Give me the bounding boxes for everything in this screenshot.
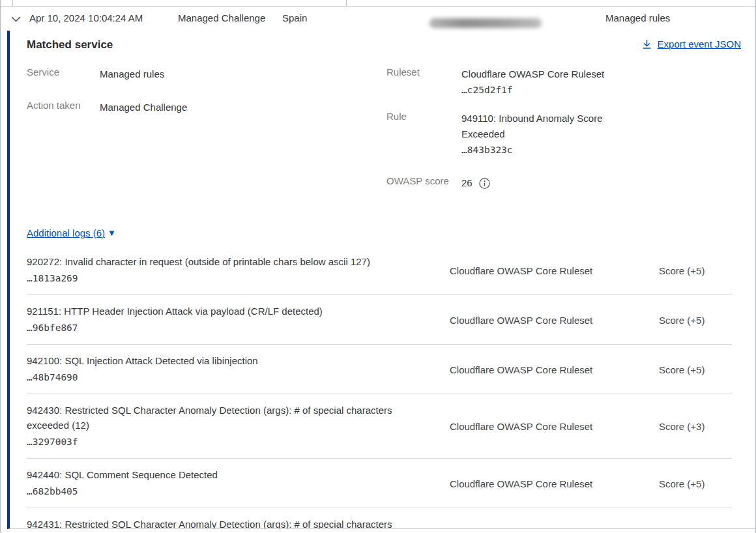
- owasp-score-value: 26: [461, 175, 472, 191]
- field-value: 949110: Inbound Anomaly Score Exceeded ……: [461, 111, 621, 158]
- details-section: Service Managed rules Action taken Manag…: [10, 66, 755, 203]
- log-description: 921151: HTTP Header Injection Attack via…: [27, 304, 450, 319]
- field-label: Service: [27, 66, 100, 82]
- log-row: 942430: Restricted SQL Character Anomaly…: [27, 394, 732, 459]
- log-description: 920272: Invalid character in request (ou…: [27, 254, 450, 269]
- log-rule: 942440: SQL Comment Sequence Detected …6…: [27, 467, 450, 500]
- log-row: 921151: HTTP Header Injection Attack via…: [27, 295, 732, 345]
- event-action: Managed Challenge: [178, 12, 265, 23]
- field-label: Rule: [386, 111, 461, 158]
- event-timestamp: Apr 10, 2024 10:04:24 AM: [29, 12, 143, 23]
- log-hash: …96bfe867: [27, 320, 450, 336]
- field-label: Action taken: [27, 100, 100, 115]
- caret-down-icon: ▼: [108, 228, 116, 238]
- log-score: Score (+3): [659, 421, 732, 432]
- field-label: Ruleset: [386, 66, 461, 98]
- log-hash: …682bb405: [27, 483, 450, 500]
- log-hash: …1813a269: [27, 270, 450, 287]
- log-rule: 942431: Restricted SQL Character Anomaly…: [27, 517, 450, 529]
- service-field: Service Managed rules: [27, 66, 386, 82]
- info-icon[interactable]: [479, 178, 490, 189]
- log-hash: …48b74690: [27, 369, 450, 386]
- log-ruleset: Cloudflare OWASP Core Ruleset: [450, 478, 659, 489]
- column-divider: [346, 0, 347, 7]
- ruleset-hash: …c25d2f1f: [461, 82, 621, 98]
- log-hash: …3297003f: [27, 434, 450, 450]
- log-description: 942440: SQL Comment Sequence Detected: [27, 467, 450, 482]
- log-score: Score (+5): [659, 478, 732, 489]
- log-row: 942100: SQL Injection Attack Detected vi…: [27, 345, 732, 394]
- log-ruleset: Cloudflare OWASP Core Ruleset: [450, 315, 659, 326]
- redacted-field: [429, 18, 542, 28]
- log-row: 942440: SQL Comment Sequence Detected …6…: [27, 459, 732, 508]
- rule-hash: …843b323c: [461, 142, 621, 158]
- panel-header: Matched service Export event JSON: [10, 37, 755, 51]
- log-description: 942430: Restricted SQL Character Anomaly…: [27, 403, 450, 433]
- export-event-json-link[interactable]: Export event JSON: [642, 38, 741, 50]
- details-right-column: Ruleset Cloudflare OWASP Core Ruleset …c…: [386, 66, 621, 203]
- event-service: Managed rules: [605, 12, 670, 23]
- log-score: Score (+5): [659, 265, 732, 276]
- log-ruleset: Cloudflare OWASP Core Ruleset: [450, 364, 659, 375]
- log-score: Score (+5): [659, 364, 732, 375]
- field-value: Cloudflare OWASP Core Ruleset …c25d2f1f: [461, 66, 621, 98]
- matched-service-panel: Matched service Export event JSON Servic…: [7, 31, 755, 529]
- action-taken-field: Action taken Managed Challenge: [27, 100, 386, 115]
- field-label: OWASP score: [386, 175, 461, 191]
- event-details-page: Apr 10, 2024 10:04:24 AM Managed Challen…: [0, 0, 756, 533]
- log-rule: 942100: SQL Injection Attack Detected vi…: [27, 353, 450, 386]
- download-icon: [642, 39, 652, 50]
- export-link-label: Export event JSON: [658, 38, 741, 50]
- field-value: Managed Challenge: [100, 100, 187, 115]
- event-country: Spain: [282, 12, 307, 23]
- log-rule: 920272: Invalid character in request (ou…: [27, 254, 450, 287]
- log-description: 942431: Restricted SQL Character Anomaly…: [27, 517, 450, 529]
- page-title: Matched service: [27, 38, 113, 51]
- column-divider: [12, 0, 13, 7]
- field-value: Managed rules: [100, 66, 164, 82]
- chevron-down-icon[interactable]: [8, 12, 23, 25]
- additional-logs-toggle[interactable]: Additional logs (6) ▼: [27, 227, 116, 238]
- log-row: 920272: Invalid character in request (ou…: [27, 246, 732, 295]
- log-row: 942431: Restricted SQL Character Anomaly…: [27, 508, 732, 529]
- owasp-score-field: OWASP score 26: [386, 175, 621, 191]
- log-score: Score (+5): [659, 315, 732, 326]
- ruleset-field: Ruleset Cloudflare OWASP Core Ruleset …c…: [386, 66, 621, 98]
- additional-logs-label: Additional logs (6): [27, 227, 105, 238]
- log-ruleset: Cloudflare OWASP Core Ruleset: [450, 421, 659, 432]
- rule-name: 949110: Inbound Anomaly Score Exceeded: [461, 113, 603, 139]
- log-description: 942100: SQL Injection Attack Detected vi…: [27, 353, 450, 368]
- field-value: 26: [461, 175, 621, 191]
- details-left-column: Service Managed rules Action taken Manag…: [27, 66, 386, 203]
- log-rule: 942430: Restricted SQL Character Anomaly…: [27, 403, 450, 450]
- previous-row-edge: [1, 0, 755, 7]
- ruleset-name: Cloudflare OWASP Core Ruleset: [461, 68, 604, 79]
- log-ruleset: Cloudflare OWASP Core Ruleset: [450, 265, 659, 276]
- rule-field: Rule 949110: Inbound Anomaly Score Excee…: [386, 111, 621, 158]
- event-summary-row[interactable]: Apr 10, 2024 10:04:24 AM Managed Challen…: [1, 7, 755, 31]
- log-rule: 921151: HTTP Header Injection Attack via…: [27, 304, 450, 336]
- additional-logs-list: 920272: Invalid character in request (ou…: [10, 246, 755, 529]
